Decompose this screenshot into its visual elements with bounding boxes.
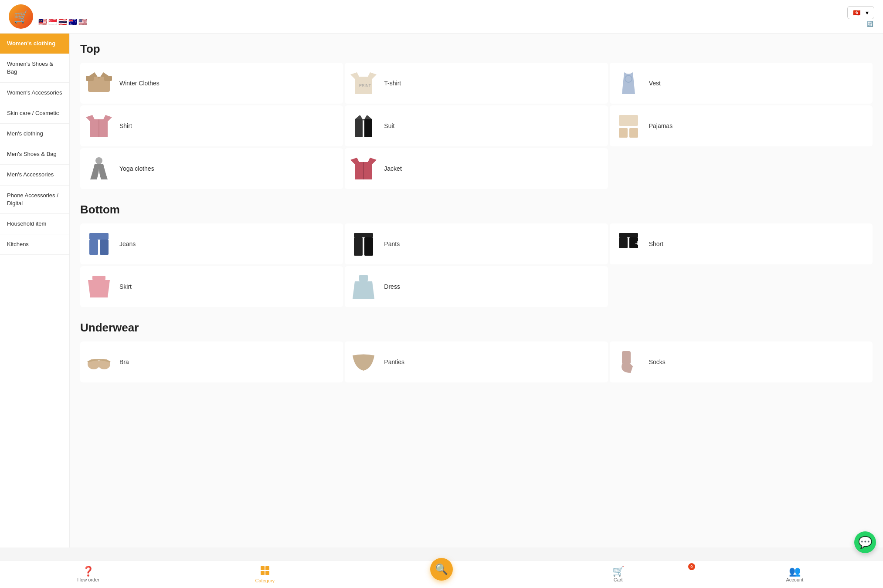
product-item-bra[interactable]: Bra: [80, 341, 343, 382]
product-name-pajamas: Pajamas: [649, 122, 672, 129]
svg-rect-9: [355, 119, 363, 137]
region-button[interactable]: 🇭🇰 ▾: [847, 6, 874, 19]
product-image-pants: [348, 229, 379, 259]
bottom-nav: ❓How orderCategory🔍0🛒Cart👥Account: [0, 560, 883, 578]
nav-item-how-order[interactable]: ❓How order: [0, 561, 177, 578]
product-grid-top: Winter ClothesPRINTT-shirtVestShirtSuitP…: [80, 63, 873, 189]
nav-item-search[interactable]: 🔍: [353, 561, 530, 578]
svg-rect-13: [619, 128, 628, 138]
product-image-vest: [613, 68, 644, 98]
svg-rect-22: [354, 237, 363, 256]
section-underwear: UnderwearBraPantiesSocks: [80, 321, 873, 382]
svg-rect-21: [354, 233, 373, 237]
product-item-winter-clothes[interactable]: Winter Clothes: [80, 63, 343, 104]
product-name-vest: Vest: [649, 80, 661, 87]
product-name-skirt: Skirt: [119, 283, 132, 290]
sidebar-item-mens-clothing[interactable]: Men's clothing: [0, 124, 69, 144]
product-name-shirt: Shirt: [119, 122, 132, 129]
product-item-skirt[interactable]: Skirt: [80, 266, 343, 307]
product-image-winter-clothes: [84, 68, 114, 98]
svg-marker-29: [88, 280, 110, 297]
product-image-panties: [348, 347, 379, 377]
search-fab[interactable]: 🔍: [430, 558, 453, 578]
product-image-bra: [84, 347, 114, 377]
product-name-yoga-clothes: Yoga clothes: [119, 165, 154, 172]
main-layout: Women's clothingWomen's Shoes & BagWomen…: [0, 34, 883, 578]
sidebar: Women's clothingWomen's Shoes & BagWomen…: [0, 34, 70, 547]
svg-rect-20: [100, 240, 109, 255]
svg-rect-3: [104, 76, 112, 81]
product-name-winter-clothes: Winter Clothes: [119, 80, 160, 87]
sidebar-item-skin-care[interactable]: Skin care / Cosmetic: [0, 103, 69, 124]
svg-rect-14: [629, 128, 638, 138]
product-name-pants: Pants: [384, 240, 400, 247]
logo[interactable]: 🛒: [9, 4, 33, 29]
svg-marker-31: [353, 281, 374, 299]
nav-item-category[interactable]: Category: [177, 561, 353, 578]
product-item-jeans[interactable]: Jeans: [80, 223, 343, 264]
product-item-pajamas[interactable]: Pajamas: [610, 105, 873, 146]
chevron-down-icon: ▾: [866, 9, 869, 16]
product-image-shirt: [84, 111, 114, 141]
section-top: TopWinter ClothesPRINTT-shirtVestShirtSu…: [80, 42, 873, 189]
nav-item-account[interactable]: 👥Account: [706, 561, 883, 578]
product-item-yoga-clothes[interactable]: Yoga clothes: [80, 148, 343, 189]
svg-rect-34: [622, 351, 631, 364]
product-name-socks: Socks: [649, 358, 666, 365]
product-image-socks: [613, 347, 644, 377]
product-item-socks[interactable]: Socks: [610, 341, 873, 382]
sidebar-item-womens-shoes-bag[interactable]: Women's Shoes & Bag: [0, 54, 69, 82]
product-item-dress[interactable]: Dress: [345, 266, 608, 307]
product-item-panties[interactable]: Panties: [345, 341, 608, 382]
product-item-pants[interactable]: Pants: [345, 223, 608, 264]
svg-rect-23: [364, 237, 373, 256]
product-item-suit[interactable]: Suit: [345, 105, 608, 146]
whatsapp-button[interactable]: 💬: [854, 531, 876, 553]
product-image-skirt: [84, 271, 114, 302]
flags: 🇲🇾 🇸🇬 🇹🇭 🇦🇺 🇺🇸: [38, 18, 88, 26]
sidebar-item-mens-shoes-bag[interactable]: Men's Shoes & Bag: [0, 144, 69, 165]
exchange-rate: 🔄: [867, 21, 874, 27]
sidebar-item-womens-clothing[interactable]: Women's clothing: [0, 34, 69, 54]
svg-rect-35: [261, 566, 265, 570]
sidebar-item-kitchens[interactable]: Kitchens: [0, 234, 69, 255]
cart-badge: 0: [688, 563, 695, 570]
svg-rect-10: [364, 119, 372, 137]
product-name-dress: Dress: [384, 283, 400, 290]
svg-rect-28: [92, 276, 105, 280]
account-icon: 👥: [789, 567, 801, 576]
product-item-vest[interactable]: Vest: [610, 63, 873, 104]
product-name-t-shirt: T-shirt: [384, 80, 401, 87]
product-name-suit: Suit: [384, 122, 394, 129]
svg-rect-12: [619, 115, 638, 126]
product-item-shirt[interactable]: Shirt: [80, 105, 343, 146]
product-image-yoga-clothes: [84, 153, 114, 184]
nav-item-cart[interactable]: 0🛒Cart: [530, 561, 706, 578]
header: 🛒 🇲🇾 🇸🇬 🇹🇭 🇦🇺 🇺🇸 🇭🇰 ▾ 🔄: [0, 0, 883, 34]
svg-rect-19: [89, 240, 98, 255]
product-name-bra: Bra: [119, 358, 129, 365]
svg-rect-36: [265, 566, 269, 570]
cart-label: Cart: [614, 577, 623, 578]
svg-rect-30: [359, 275, 368, 281]
sidebar-item-phone-accessories[interactable]: Phone Accessories / Digital: [0, 186, 69, 214]
product-image-short: +: [613, 229, 644, 259]
sidebar-item-mens-accessories[interactable]: Men's Accessories: [0, 165, 69, 185]
header-right: 🇭🇰 ▾ 🔄: [847, 6, 874, 27]
product-item-t-shirt[interactable]: PRINTT-shirt: [345, 63, 608, 104]
product-name-panties: Panties: [384, 358, 404, 365]
product-image-t-shirt: PRINT: [348, 68, 379, 98]
cart-icon: 🛒: [612, 567, 624, 576]
svg-rect-37: [261, 571, 265, 575]
how-order-icon: ❓: [82, 567, 94, 576]
sidebar-item-household[interactable]: Household item: [0, 214, 69, 234]
product-item-jacket[interactable]: Jacket: [345, 148, 608, 189]
svg-rect-24: [619, 233, 638, 237]
svg-rect-18: [89, 233, 109, 240]
sidebar-item-womens-accessories[interactable]: Women's Accessories: [0, 83, 69, 103]
product-item-short[interactable]: +Short: [610, 223, 873, 264]
product-image-pajamas: [613, 111, 644, 141]
category-label: Category: [255, 578, 275, 578]
product-image-dress: [348, 271, 379, 302]
region-flag: 🇭🇰: [853, 9, 860, 16]
